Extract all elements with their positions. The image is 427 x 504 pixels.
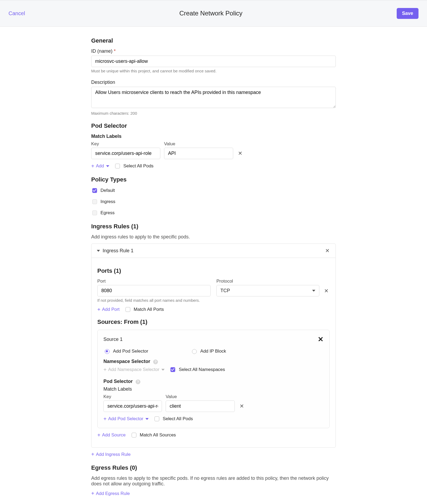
chevron-down-icon — [106, 165, 109, 167]
section-general-heading: General — [91, 37, 336, 44]
policytype-default-checkbox[interactable] — [92, 188, 97, 193]
namespace-selector-heading: Namespace Selector ? — [103, 359, 324, 364]
id-label: ID (name) * — [91, 48, 336, 54]
value-column-head: Value — [164, 141, 233, 147]
ingress-desc: Add ingress rules to apply to the specif… — [91, 234, 336, 240]
port-input[interactable] — [97, 285, 211, 296]
match-labels-heading: Match Labels — [91, 134, 336, 139]
form-content: General ID (name) * Must be unique withi… — [91, 37, 336, 497]
section-egress-heading: Egress Rules (0) — [91, 464, 336, 471]
protocol-select[interactable]: TCP — [216, 285, 319, 296]
section-policytypes-heading: Policy Types — [91, 176, 336, 183]
source-match-labels-heading: Match Labels — [103, 386, 324, 392]
help-icon[interactable]: ? — [153, 360, 158, 364]
close-icon: ✕ — [324, 288, 329, 294]
ports-heading: Ports (1) — [97, 267, 330, 274]
match-all-sources-label: Match All Sources — [140, 432, 176, 438]
close-icon: ✕ — [325, 248, 330, 254]
match-all-ports-label: Match All Ports — [134, 307, 164, 312]
add-match-label-button[interactable]: + Add — [91, 163, 109, 169]
port-column-head: Port — [97, 279, 211, 284]
description-textarea[interactable] — [91, 87, 336, 108]
remove-ingress-rule-button[interactable]: ✕ — [324, 247, 331, 254]
source-title: Source 1 — [103, 337, 123, 342]
add-egress-rule-button[interactable]: + Add Egress Rule — [91, 490, 130, 497]
close-icon: ✕ — [238, 150, 242, 156]
match-labels-row: Key Value ✕ — [91, 141, 336, 159]
match-label-value-input[interactable] — [164, 148, 233, 159]
add-pod-selector-radio[interactable] — [105, 349, 110, 354]
plus-icon: + — [103, 367, 107, 373]
add-port-button[interactable]: + Add Port — [97, 307, 120, 313]
policytype-egress-label: Egress — [101, 210, 115, 216]
plus-icon: + — [103, 416, 107, 422]
section-podselector-heading: Pod Selector — [91, 122, 336, 129]
id-input[interactable] — [91, 56, 336, 67]
chevron-down-icon — [312, 290, 315, 292]
add-namespace-selector-button: + Add Namespace Selector — [103, 367, 165, 373]
add-ip-block-radio[interactable] — [192, 349, 197, 354]
plus-icon: + — [97, 307, 101, 313]
ingress-rule-panel: Ingress Rule 1 ✕ Ports (1) Port If not p… — [91, 243, 336, 448]
close-icon: ✕ — [318, 335, 324, 343]
source-select-all-pods-checkbox[interactable] — [154, 416, 159, 421]
ingress-rule-header[interactable]: Ingress Rule 1 ✕ — [91, 244, 336, 258]
select-all-pods-checkbox[interactable] — [115, 164, 120, 168]
remove-label-button[interactable]: ✕ — [237, 150, 244, 157]
cancel-link[interactable]: Cancel — [9, 10, 25, 16]
egress-desc: Add egress rules to apply to the specifi… — [91, 476, 336, 487]
port-help-text: If not provided, field matches all port … — [97, 298, 211, 303]
plus-icon: + — [91, 451, 94, 457]
key-column-head: Key — [91, 141, 160, 147]
chevron-down-icon — [97, 250, 100, 252]
source-pod-selector-heading: Pod Selector ? — [103, 379, 324, 384]
ingress-rule-title: Ingress Rule 1 — [103, 248, 133, 254]
policytype-ingress-checkbox[interactable] — [92, 199, 97, 204]
topbar: Cancel Create Network Policy Save — [0, 0, 427, 27]
plus-icon: + — [91, 490, 94, 497]
remove-source-button[interactable]: ✕ — [318, 335, 324, 344]
description-label: Description — [91, 80, 336, 85]
save-button[interactable]: Save — [397, 8, 418, 19]
close-icon: ✕ — [240, 403, 244, 409]
source-select-all-pods-label: Select All Pods — [163, 416, 193, 422]
select-all-namespaces-checkbox[interactable] — [170, 367, 175, 372]
select-all-namespaces-label: Select All Namespaces — [179, 367, 225, 372]
match-all-ports-checkbox[interactable] — [125, 307, 130, 312]
page-title: Create Network Policy — [179, 10, 242, 17]
add-ip-block-radio-label: Add IP Block — [200, 349, 226, 354]
source-card: Source 1 ✕ Add Pod Selector Add IP Block — [97, 330, 330, 428]
add-pod-selector-radio-label: Add Pod Selector — [113, 349, 148, 354]
id-help-text: Must be unique within this project, and … — [91, 69, 336, 73]
select-all-pods-label: Select All Pods — [123, 163, 153, 169]
plus-icon: + — [97, 432, 101, 438]
plus-icon: + — [91, 163, 94, 169]
policytype-egress-checkbox[interactable] — [92, 210, 97, 215]
source-value-column-head: Value — [166, 394, 235, 399]
description-help-text: Maximum characters: 200 — [91, 111, 336, 115]
policytype-ingress-label: Ingress — [101, 199, 115, 204]
chevron-down-icon — [145, 418, 149, 420]
source-match-labels-row: Key Value ✕ — [103, 394, 324, 412]
remove-source-label-button[interactable]: ✕ — [238, 402, 245, 410]
source-match-label-value-input[interactable] — [166, 400, 235, 412]
add-source-button[interactable]: + Add Source — [97, 432, 126, 438]
add-pod-selector-button[interactable]: + Add Pod Selector — [103, 416, 149, 422]
protocol-column-head: Protocol — [216, 279, 330, 284]
help-icon[interactable]: ? — [136, 379, 140, 384]
policytype-default-label: Default — [101, 188, 115, 193]
match-label-key-input[interactable] — [91, 148, 160, 159]
chevron-down-icon — [161, 369, 165, 371]
add-ingress-rule-button[interactable]: + Add Ingress Rule — [91, 451, 131, 457]
section-ingress-heading: Ingress Rules (1) — [91, 223, 336, 230]
match-all-sources-checkbox[interactable] — [132, 433, 136, 437]
sources-heading: Sources: From (1) — [97, 319, 330, 325]
remove-port-button[interactable]: ✕ — [323, 287, 330, 295]
source-key-column-head: Key — [103, 394, 162, 399]
source-match-label-key-input[interactable] — [103, 400, 162, 412]
